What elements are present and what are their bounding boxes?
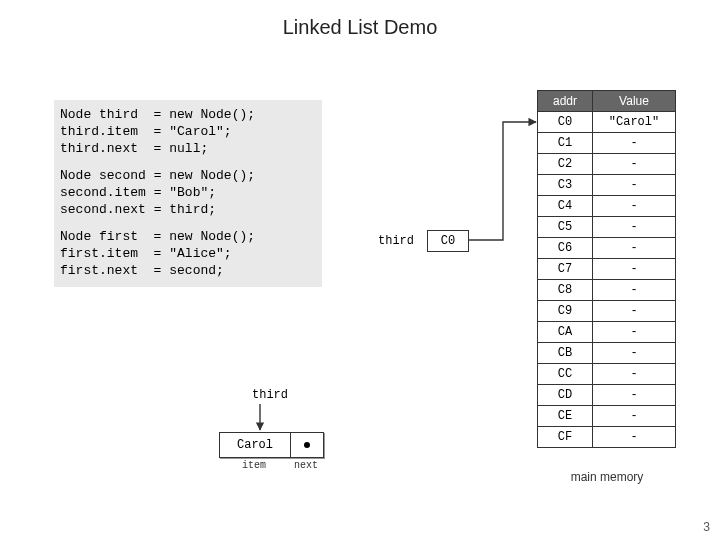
memory-value: - bbox=[593, 196, 676, 217]
field-label-item: item bbox=[219, 460, 289, 471]
code-block-first: Node first = new Node(); first.item = "A… bbox=[60, 228, 316, 279]
memory-addr: C5 bbox=[538, 217, 593, 238]
memory-caption: main memory bbox=[537, 470, 677, 484]
memory-addr: C2 bbox=[538, 154, 593, 175]
memory-addr: CB bbox=[538, 343, 593, 364]
memory-value: "Carol" bbox=[593, 112, 676, 133]
slide: Linked List Demo Node third = new Node()… bbox=[0, 0, 720, 540]
memory-addr: CD bbox=[538, 385, 593, 406]
memory-value: - bbox=[593, 406, 676, 427]
table-row: CA- bbox=[538, 322, 676, 343]
memory-addr: CC bbox=[538, 364, 593, 385]
node-label-third: third bbox=[230, 388, 310, 402]
arrow-pointer-to-memory bbox=[468, 122, 536, 240]
table-row: C0"Carol" bbox=[538, 112, 676, 133]
memory-value: - bbox=[593, 301, 676, 322]
memory-header-value: Value bbox=[593, 91, 676, 112]
table-row: CD- bbox=[538, 385, 676, 406]
pointer-box-third: C0 bbox=[427, 230, 469, 252]
table-row: C3- bbox=[538, 175, 676, 196]
memory-addr: C1 bbox=[538, 133, 593, 154]
table-row: C5- bbox=[538, 217, 676, 238]
memory-value: - bbox=[593, 427, 676, 448]
code-block-second: Node second = new Node(); second.item = … bbox=[60, 167, 316, 218]
memory-value: - bbox=[593, 217, 676, 238]
memory-value: - bbox=[593, 154, 676, 175]
table-row: C1- bbox=[538, 133, 676, 154]
page-title: Linked List Demo bbox=[0, 16, 720, 39]
table-row: C9- bbox=[538, 301, 676, 322]
table-row: C8- bbox=[538, 280, 676, 301]
memory-value: - bbox=[593, 280, 676, 301]
memory-value: - bbox=[593, 322, 676, 343]
table-row: C2- bbox=[538, 154, 676, 175]
memory-addr: C3 bbox=[538, 175, 593, 196]
pointer-label-third: third bbox=[378, 234, 414, 248]
table-row: CE- bbox=[538, 406, 676, 427]
memory-addr: C6 bbox=[538, 238, 593, 259]
table-row: CB- bbox=[538, 343, 676, 364]
memory-addr: C7 bbox=[538, 259, 593, 280]
memory-value: - bbox=[593, 175, 676, 196]
memory-value: - bbox=[593, 364, 676, 385]
memory-addr: CA bbox=[538, 322, 593, 343]
table-row: CC- bbox=[538, 364, 676, 385]
memory-value: - bbox=[593, 259, 676, 280]
table-row: C4- bbox=[538, 196, 676, 217]
memory-addr: C9 bbox=[538, 301, 593, 322]
memory-addr: C4 bbox=[538, 196, 593, 217]
memory-value: - bbox=[593, 238, 676, 259]
table-row: C7- bbox=[538, 259, 676, 280]
memory-addr: CE bbox=[538, 406, 593, 427]
memory-value: - bbox=[593, 385, 676, 406]
memory-value: - bbox=[593, 343, 676, 364]
memory-addr: CF bbox=[538, 427, 593, 448]
page-number: 3 bbox=[703, 520, 710, 534]
memory-header-addr: addr bbox=[538, 91, 593, 112]
memory-addr: C0 bbox=[538, 112, 593, 133]
table-row: CF- bbox=[538, 427, 676, 448]
table-row: C6- bbox=[538, 238, 676, 259]
memory-value: - bbox=[593, 133, 676, 154]
code-block: Node third = new Node(); third.item = "C… bbox=[54, 100, 322, 287]
node-cell-next bbox=[290, 432, 324, 458]
field-label-next: next bbox=[290, 460, 322, 471]
null-dot-icon bbox=[304, 442, 310, 448]
node-cell-item: Carol bbox=[219, 432, 291, 458]
code-block-third: Node third = new Node(); third.item = "C… bbox=[60, 106, 316, 157]
memory-addr: C8 bbox=[538, 280, 593, 301]
memory-table: addr Value C0"Carol"C1-C2-C3-C4-C5-C6-C7… bbox=[537, 90, 676, 448]
